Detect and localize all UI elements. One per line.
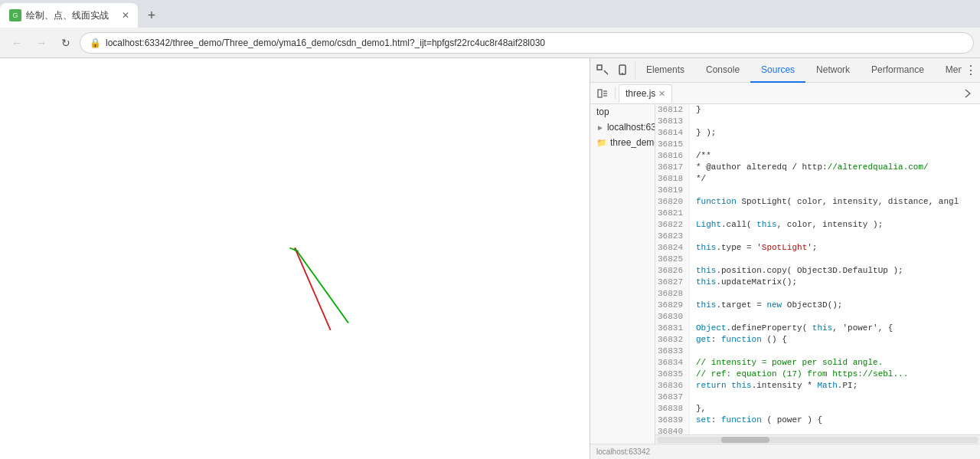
canvas-drawing xyxy=(0,58,590,459)
tab-console[interactable]: Console xyxy=(695,58,750,83)
line-number: 36835 xyxy=(655,369,689,380)
forward-button[interactable]: → xyxy=(31,32,52,54)
browser-frame: G 绘制、点、线面实战 ✕ + ← → ↻ 🔒 localhost:63342/… xyxy=(0,0,980,459)
sources-secondary-toolbar: three.js ✕ xyxy=(590,83,980,104)
lock-icon: 🔒 xyxy=(90,38,101,48)
line-number: 36832 xyxy=(655,334,689,346)
code-line: } ); xyxy=(696,127,980,139)
code-line: Object.defineProperty( this, 'power', { xyxy=(696,323,980,334)
line-number: 36817 xyxy=(655,162,689,173)
code-line xyxy=(696,185,980,196)
tab-elements[interactable]: Elements xyxy=(635,58,695,83)
devtools-icons xyxy=(590,61,635,80)
code-content: 3681236813368143681536816368173681836819… xyxy=(655,104,980,434)
line-number: 36816 xyxy=(655,150,689,162)
code-line: */ xyxy=(696,173,980,185)
code-line xyxy=(696,288,980,300)
code-panel: 3681236813368143681536816368173681836819… xyxy=(655,104,980,444)
code-line: * @author alteredq / http://alteredquali… xyxy=(696,162,980,173)
add-folder-button[interactable] xyxy=(959,84,977,103)
line-number: 36839 xyxy=(655,415,689,426)
code-line xyxy=(696,208,980,219)
code-line xyxy=(696,231,980,242)
tab-memory[interactable]: Memory xyxy=(935,58,962,83)
code-line xyxy=(696,139,980,150)
line-number: 36836 xyxy=(655,380,689,392)
new-tab-button[interactable]: + xyxy=(141,5,162,26)
main-content: Elements Console Sources Network Perform… xyxy=(0,58,980,459)
code-line: set: function ( power ) { xyxy=(696,415,980,426)
sidebar-item-top[interactable]: top xyxy=(590,104,655,120)
line-number: 36828 xyxy=(655,288,689,300)
webpage-area xyxy=(0,58,590,459)
devtools-tabs: Elements Console Sources Network Perform… xyxy=(635,58,962,83)
tab-performance[interactable]: Performance xyxy=(861,58,935,83)
devtools-body: top ► localhost:63342 📁 three_demo/Th...… xyxy=(590,104,980,444)
reload-button[interactable]: ↻ xyxy=(55,32,77,54)
line-number: 36815 xyxy=(655,139,689,150)
line-number: 36829 xyxy=(655,300,689,311)
code-line xyxy=(696,392,980,403)
sidebar-item-folder-label: three_demo/Th... xyxy=(610,137,655,148)
code-line xyxy=(696,426,980,434)
code-line xyxy=(696,254,980,265)
code-scrollbar[interactable] xyxy=(655,434,980,444)
tab-close-button[interactable]: ✕ xyxy=(119,9,132,21)
line-number: 36825 xyxy=(655,254,689,265)
device-toolbar-button[interactable] xyxy=(613,61,632,80)
scrollbar-track[interactable] xyxy=(657,437,978,443)
show-navigator-button[interactable] xyxy=(593,84,612,103)
code-line: /** xyxy=(696,150,980,162)
svg-rect-7 xyxy=(619,65,626,74)
line-number: 36834 xyxy=(655,357,689,369)
inspect-element-button[interactable] xyxy=(593,61,612,80)
svg-rect-9 xyxy=(598,90,602,97)
code-line: this.position.copy( Object3D.DefaultUp )… xyxy=(696,265,980,277)
line-number: 36831 xyxy=(655,323,689,334)
folder-icon: 📁 xyxy=(596,138,607,148)
navigation-bar: ← → ↻ 🔒 localhost:63342/three_demo/Three… xyxy=(0,28,980,58)
line-number: 36840 xyxy=(655,426,689,434)
line-number: 36820 xyxy=(655,196,689,208)
file-tab-close[interactable]: ✕ xyxy=(658,89,665,99)
code-line: this.type = 'SpotLight'; xyxy=(696,242,980,254)
devtools-status: localhost:63342 xyxy=(590,444,980,459)
devtools-toolbar: Elements Console Sources Network Perform… xyxy=(590,58,980,83)
line-number: 36814 xyxy=(655,127,689,139)
scrollbar-thumb[interactable] xyxy=(721,437,769,443)
line-number: 36819 xyxy=(655,185,689,196)
active-tab[interactable]: G 绘制、点、线面实战 ✕ xyxy=(0,3,138,28)
address-bar[interactable]: 🔒 localhost:63342/three_demo/Three_demo/… xyxy=(80,32,974,54)
code-line xyxy=(696,346,980,357)
line-number: 36837 xyxy=(655,392,689,403)
line-number: 36822 xyxy=(655,219,689,231)
line-number: 36838 xyxy=(655,403,689,415)
svg-line-6 xyxy=(604,70,608,74)
sidebar-item-localhost[interactable]: ► localhost:63342 xyxy=(590,120,655,135)
line-number: 36830 xyxy=(655,311,689,323)
open-file-tab[interactable]: three.js ✕ xyxy=(619,84,672,103)
line-number: 36826 xyxy=(655,265,689,277)
back-button[interactable]: ← xyxy=(6,32,28,54)
svg-line-4 xyxy=(289,248,298,251)
code-line: return this.intensity * Math.PI; xyxy=(696,380,980,392)
devtools-more-tabs[interactable]: ⋮ xyxy=(962,58,980,83)
line-number: 36833 xyxy=(655,346,689,357)
line-number: 36823 xyxy=(655,231,689,242)
separator xyxy=(615,87,616,100)
sidebar-item-top-label: top xyxy=(596,107,609,117)
line-number: 36821 xyxy=(655,208,689,219)
tab-sources[interactable]: Sources xyxy=(750,58,805,83)
sidebar-item-folder[interactable]: 📁 three_demo/Th... xyxy=(590,135,655,150)
line-numbers: 3681236813368143681536816368173681836819… xyxy=(655,104,690,434)
code-lines: } } ); /** * @author alteredq / http://a… xyxy=(690,104,980,434)
devtools-panel: Elements Console Sources Network Perform… xyxy=(590,58,980,459)
code-line: // ref: equation (17) from https://sebl.… xyxy=(696,369,980,380)
svg-line-2 xyxy=(295,248,348,323)
svg-rect-5 xyxy=(597,65,602,70)
file-tree-sidebar: top ► localhost:63342 📁 three_demo/Th... xyxy=(590,104,655,444)
code-line xyxy=(696,116,980,127)
tab-network[interactable]: Network xyxy=(805,58,861,83)
line-number: 36818 xyxy=(655,173,689,185)
file-tab-name: three.js xyxy=(626,88,655,99)
